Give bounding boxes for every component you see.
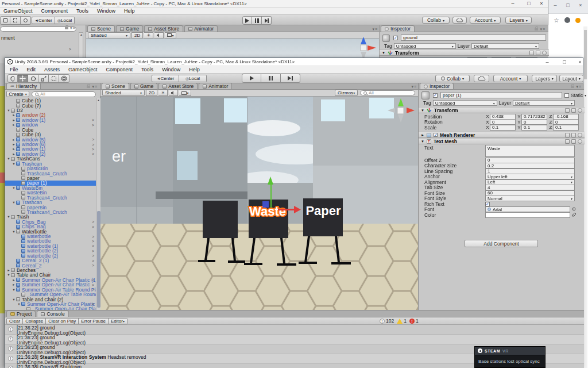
rich-text-checkbox[interactable]: ✓ (485, 202, 490, 206)
hierarchy-search-input[interactable]: All (32, 91, 96, 97)
prefab-chevron-icon[interactable]: > (92, 137, 94, 141)
lighting-toggle[interactable]: ☀ (158, 90, 168, 96)
disclosure-arrow-icon[interactable]: ► (11, 278, 16, 282)
menu-item-component[interactable]: Component (105, 67, 134, 72)
warning-count-badge[interactable]: 1 (397, 318, 407, 324)
disclosure-arrow-icon[interactable]: ► (11, 152, 16, 156)
prefab-chevron-icon[interactable]: > (92, 220, 94, 224)
disclosure-arrow-icon[interactable]: ▼ (11, 288, 16, 292)
hierarchy-scrollbar[interactable]: ▲ (96, 98, 100, 310)
browser-close-button[interactable]: × (577, 2, 585, 8)
disclosure-arrow-icon[interactable]: ► (11, 138, 16, 141)
browser-update-icon[interactable] (575, 18, 581, 23)
back-hierarchy-item-fragment[interactable]: nment (1, 35, 15, 41)
hierarchy-item[interactable]: ▼Trashcan (5, 161, 96, 166)
transform-tool-button[interactable] (21, 16, 31, 25)
cloud-button[interactable] (474, 75, 489, 82)
prefab-chevron-icon[interactable]: > (92, 244, 94, 248)
hierarchy-item[interactable]: waterbottle (2)> (5, 254, 96, 258)
back-collab-button[interactable]: Collab▾ (422, 17, 450, 24)
prefab-chevron-icon[interactable]: > (92, 288, 94, 292)
menu-item-component[interactable]: Component (40, 8, 69, 14)
disclosure-arrow-icon[interactable]: ▼ (11, 186, 16, 190)
info-count-badge[interactable]: !102 (380, 318, 394, 324)
tab-scene[interactable]: Scene (102, 83, 129, 89)
hierarchy-item[interactable]: ▼Trashcan (5, 200, 96, 205)
transform-scale-z-field[interactable]: 0.1 (553, 125, 579, 131)
prefab-chevron-icon[interactable]: > (92, 225, 94, 229)
scene-viewport[interactable]: er (100, 97, 418, 310)
prefab-chevron-icon[interactable]: > (92, 254, 94, 258)
hierarchy-item[interactable]: ▼D2 (5, 108, 96, 113)
hierarchy-item[interactable]: paper (1) (5, 181, 96, 185)
tab-game[interactable]: Game (130, 83, 157, 89)
main-titlebar[interactable]: Unity 2018.3.6f1 Personal - SampleScene.… (5, 58, 583, 66)
rotation-toggle-button[interactable]: ◎Local (179, 75, 207, 82)
hand-tool-button[interactable] (7, 74, 18, 83)
transform-rotation-x-field[interactable]: 0 (490, 119, 516, 125)
hierarchy-item[interactable]: Cube (1) (5, 98, 96, 103)
prefab-chevron-icon[interactable]: > (92, 147, 94, 151)
menu-item-help[interactable]: Help (123, 8, 136, 14)
scale-tool-button[interactable] (0, 16, 10, 25)
pause-button[interactable] (261, 74, 281, 83)
tab-size-field[interactable]: 4 (485, 185, 575, 190)
text-mesh-header[interactable]: ▼ T Text Mesh (419, 138, 585, 144)
tab-asset-store[interactable]: Asset Store (144, 25, 183, 32)
account-button[interactable]: Account▾ (493, 75, 528, 82)
disclosure-arrow-icon[interactable]: ► (11, 143, 16, 146)
disclosure-arrow-icon[interactable]: ► (11, 283, 16, 286)
main-maximize-button[interactable]: □ (558, 59, 571, 65)
hierarchy-item[interactable]: ▼TrashCans (5, 156, 96, 161)
prefab-chevron-icon[interactable]: > (92, 259, 94, 263)
shading-dropdown[interactable]: Shaded (102, 90, 145, 96)
menu-item-gameobject[interactable]: GameObject (2, 8, 34, 14)
hierarchy-item[interactable]: Cube (3) (5, 132, 96, 137)
console-button-clear[interactable]: Clear (6, 318, 23, 324)
tab-game[interactable]: Game (116, 25, 143, 32)
disclosure-arrow-icon[interactable]: ▼ (6, 273, 11, 277)
layout-button[interactable]: Layout▾ (559, 75, 583, 82)
back-close-button[interactable]: × (535, 1, 548, 6)
move-tool-button[interactable] (18, 74, 28, 83)
console-log-entry[interactable]: ![21:36:22] groundUnityEngine.Debug:Log(… (5, 325, 584, 335)
static-checkbox[interactable]: ✓ (564, 93, 569, 98)
disclosure-arrow-icon[interactable]: ► (11, 118, 16, 122)
effects-dropdown[interactable]: ▾ (179, 90, 191, 96)
character-size-field[interactable]: 0.2 (485, 163, 575, 168)
menu-item-window[interactable]: Window (96, 8, 117, 14)
rotate-tool-button[interactable] (28, 74, 38, 83)
disclosure-arrow-icon[interactable]: ► (11, 113, 16, 117)
disclosure-arrow-icon[interactable]: ▼ (6, 109, 11, 112)
line-spacing-field[interactable]: 1 (485, 168, 575, 174)
tab-hierarchy[interactable]: ≔Hierarchy (6, 83, 41, 89)
scale-tool-button[interactable] (38, 74, 49, 83)
back-minimize-button[interactable]: – (506, 1, 519, 6)
back-step-button[interactable] (262, 16, 272, 25)
disclosure-arrow-icon[interactable]: ▼ (11, 230, 16, 233)
prefab-chevron-icon[interactable]: > (92, 143, 94, 147)
back-tab-inspector[interactable]: Inspector (381, 25, 415, 32)
steamvr-notification[interactable]: STEAM VR Base stations lost optical sync (474, 346, 546, 368)
back-cloud-button[interactable] (452, 17, 467, 24)
offset-z-field[interactable]: 0 (485, 158, 575, 163)
back-transform-header[interactable]: ▼ Transform (380, 49, 549, 56)
back-pivot-button[interactable]: ◄Center (32, 17, 55, 24)
transform-rotation-y-field[interactable]: 0 (521, 119, 547, 125)
step-button[interactable] (281, 74, 300, 83)
object-name-field[interactable]: paper (1) (440, 92, 562, 98)
profile-avatar-icon[interactable] (564, 17, 570, 23)
prefab-chevron-icon[interactable]: > (92, 249, 94, 253)
menu-item-assets[interactable]: Assets (43, 67, 61, 72)
tag-dropdown[interactable]: Untagged (433, 100, 497, 106)
back-pause-button[interactable] (252, 16, 262, 25)
prefab-chevron-icon[interactable]: > (92, 302, 94, 306)
disclosure-arrow-icon[interactable]: ► (11, 123, 16, 126)
tab-inspector[interactable]: Inspector (420, 83, 454, 89)
transform-position-z-field[interactable]: -0.168 (553, 114, 579, 120)
font-object-field[interactable]: Arial (485, 206, 570, 212)
tab-console[interactable]: Console (37, 310, 68, 317)
disclosure-arrow-icon[interactable]: ▼ (6, 157, 11, 160)
transform-tool-button[interactable] (59, 74, 69, 83)
menu-item-gameobject[interactable]: GameObject (67, 67, 99, 72)
